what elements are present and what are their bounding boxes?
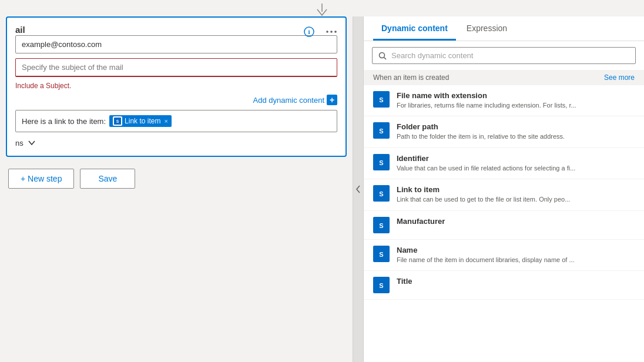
item-title-identifier: Identifier bbox=[397, 154, 635, 163]
top-connector bbox=[0, 0, 644, 16]
item-text-title: Title bbox=[397, 277, 635, 287]
left-panel: ail i Include a Subj bbox=[0, 16, 353, 362]
sp-logo: S bbox=[114, 118, 121, 125]
info-icon: i bbox=[304, 26, 314, 37]
item-title-name: Name bbox=[397, 246, 635, 254]
dynamic-item-folder-path[interactable]: SFolder pathPath to the folder the item … bbox=[364, 116, 644, 148]
item-title-link-to-item: Link to item bbox=[397, 185, 635, 194]
item-desc-file-name-ext: For libraries, returns file name includi… bbox=[397, 101, 614, 110]
item-text-identifier: IdentifierValue that can be used in file… bbox=[397, 154, 635, 173]
dynamic-item-title[interactable]: STitle bbox=[364, 271, 644, 300]
add-dynamic-label: Add dynamic content bbox=[253, 96, 324, 105]
item-desc-name: File name of the item in document librar… bbox=[397, 256, 614, 264]
item-title-folder-path: Folder path bbox=[397, 122, 635, 131]
sp-icon-folder-path: S bbox=[373, 122, 390, 139]
svg-text:S: S bbox=[379, 282, 383, 289]
error-message: Include a Subject. bbox=[15, 82, 337, 90]
add-dynamic-plus-icon: + bbox=[327, 95, 337, 105]
item-text-folder-path: Folder pathPath to the folder the item i… bbox=[397, 122, 635, 141]
sp-icon-link-to-item: S bbox=[373, 185, 390, 202]
sp-icon-file-name-ext: S bbox=[373, 91, 390, 108]
search-input[interactable] bbox=[391, 51, 629, 60]
svg-text:S: S bbox=[379, 159, 383, 166]
item-title-title: Title bbox=[397, 277, 635, 286]
sp-icon-name: S bbox=[373, 246, 390, 262]
section-title: When an item is created bbox=[373, 73, 449, 82]
svg-point-4 bbox=[330, 31, 333, 33]
section-header: When an item is created See more bbox=[364, 70, 644, 85]
item-text-link-to-item: Link to itemLink that can be used to get… bbox=[397, 185, 635, 204]
token-close-icon[interactable]: × bbox=[164, 118, 167, 125]
svg-text:S: S bbox=[379, 222, 383, 229]
more-icon bbox=[326, 31, 337, 33]
collapse-handle[interactable] bbox=[353, 16, 363, 362]
show-more-label: ns bbox=[15, 139, 24, 148]
collapse-icon bbox=[355, 185, 361, 194]
subject-input[interactable] bbox=[15, 58, 337, 77]
see-more-button[interactable]: See more bbox=[604, 73, 635, 82]
body-prefix-text: Here is a link to the item: bbox=[22, 117, 106, 126]
tab-dynamic-content[interactable]: Dynamic content bbox=[373, 16, 456, 41]
svg-text:S: S bbox=[379, 128, 383, 135]
svg-text:S: S bbox=[379, 96, 383, 103]
sp-icon-manufacturer: S bbox=[373, 217, 390, 233]
actions-row: + New step Save bbox=[6, 169, 347, 189]
right-panel: Dynamic content Expression When an item … bbox=[363, 16, 644, 362]
search-box bbox=[372, 47, 636, 64]
add-dynamic-button[interactable]: Add dynamic content + bbox=[253, 95, 337, 105]
dynamic-item-link-to-item[interactable]: SLink to itemLink that can be used to ge… bbox=[364, 179, 644, 210]
info-button[interactable]: i bbox=[301, 24, 317, 40]
show-more-row[interactable]: ns bbox=[15, 137, 337, 149]
sp-icon-title: S bbox=[373, 277, 390, 293]
item-title-file-name-ext: File name with extension bbox=[397, 91, 635, 100]
new-step-button[interactable]: + New step bbox=[8, 169, 74, 189]
dynamic-item-file-name-ext[interactable]: SFile name with extensionFor libraries, … bbox=[364, 85, 644, 116]
body-field[interactable]: Here is a link to the item: S Link to it… bbox=[15, 110, 337, 132]
chevron-down-icon bbox=[26, 137, 38, 149]
item-desc-identifier: Value that can be used in file related a… bbox=[397, 164, 614, 173]
search-icon bbox=[378, 52, 387, 60]
dynamic-item-name[interactable]: SNameFile name of the item in document l… bbox=[364, 240, 644, 271]
card-header-icons: i bbox=[301, 24, 340, 40]
chevron-svg bbox=[28, 140, 35, 145]
email-input[interactable] bbox=[15, 35, 337, 53]
card-title: ail bbox=[15, 25, 25, 35]
svg-point-3 bbox=[326, 31, 328, 33]
tab-expression[interactable]: Expression bbox=[458, 16, 515, 41]
save-button[interactable]: Save bbox=[80, 169, 135, 189]
item-text-name: NameFile name of the item in document li… bbox=[397, 246, 635, 264]
sp-icon-identifier: S bbox=[373, 154, 390, 170]
action-card: ail i Include a Subj bbox=[6, 16, 347, 157]
svg-line-9 bbox=[384, 57, 387, 59]
item-desc-link-to-item: Link that can be used to get to the file… bbox=[397, 195, 614, 204]
item-text-file-name-ext: File name with extensionFor libraries, r… bbox=[397, 91, 635, 110]
svg-text:S: S bbox=[379, 251, 383, 258]
item-title-manufacturer: Manufacturer bbox=[397, 217, 635, 226]
svg-text:i: i bbox=[308, 28, 310, 35]
panel-tabs: Dynamic content Expression bbox=[364, 16, 644, 41]
dynamic-items-list: SFile name with extensionFor libraries, … bbox=[364, 85, 644, 362]
item-desc-folder-path: Path to the folder the item is in, relat… bbox=[397, 132, 614, 141]
dynamic-item-identifier[interactable]: SIdentifierValue that can be used in fil… bbox=[364, 148, 644, 179]
more-options-button[interactable] bbox=[323, 24, 340, 40]
connector-arrow bbox=[310, 4, 334, 16]
add-dynamic-row: Add dynamic content + bbox=[15, 95, 337, 105]
svg-point-8 bbox=[380, 52, 385, 58]
dynamic-item-manufacturer[interactable]: SManufacturer bbox=[364, 211, 644, 240]
token-label: Link to item bbox=[125, 117, 160, 125]
svg-text:S: S bbox=[116, 119, 119, 123]
token-sp-icon: S bbox=[113, 116, 122, 126]
link-to-item-token[interactable]: S Link to item × bbox=[109, 115, 172, 127]
svg-point-5 bbox=[334, 31, 337, 33]
svg-text:S: S bbox=[379, 190, 383, 197]
item-text-manufacturer: Manufacturer bbox=[397, 217, 635, 227]
